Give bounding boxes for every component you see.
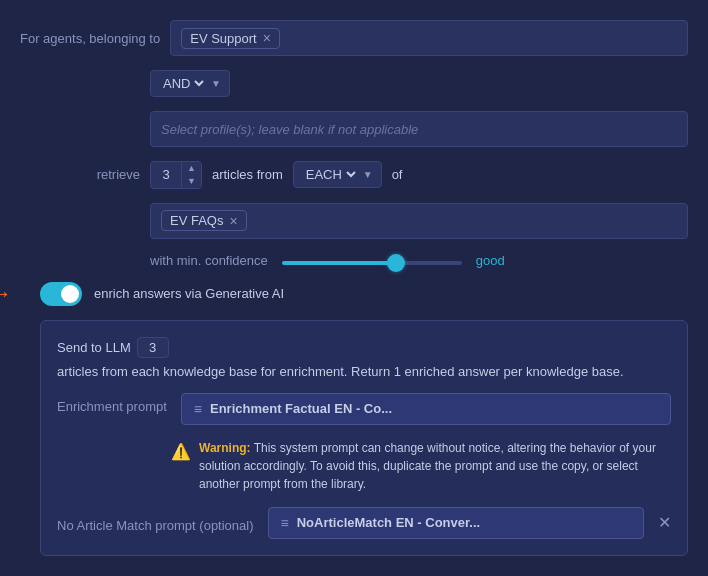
retrieve-count-field[interactable] xyxy=(151,163,181,186)
enrichment-panel: Send to LLM articles from each knowledge… xyxy=(40,320,688,556)
confidence-label: with min. confidence xyxy=(150,253,268,268)
agents-tag-input[interactable]: EV Support × xyxy=(170,20,688,56)
each-select[interactable]: EACH ALL xyxy=(302,166,359,183)
no-article-selector[interactable]: ≡ NoArticleMatch EN - Conver... xyxy=(268,507,644,539)
enrichment-prompt-selector[interactable]: ≡ Enrichment Factual EN - Co... xyxy=(181,393,671,425)
confidence-slider-container[interactable] xyxy=(282,253,462,268)
no-article-label: No Article Match prompt (optional) xyxy=(57,512,254,533)
articles-from-text: articles from xyxy=(212,167,283,182)
enrichment-prompt-row: Enrichment prompt ≡ Enrichment Factual E… xyxy=(57,393,671,425)
no-article-doc-icon: ≡ xyxy=(281,515,289,531)
llm-desc-row: Send to LLM articles from each knowledge… xyxy=(57,337,671,379)
knowledge-row: EV FAQs × xyxy=(20,203,688,239)
each-chevron-icon: ▼ xyxy=(363,169,373,180)
no-article-prompt-name: NoArticleMatch EN - Conver... xyxy=(297,515,480,530)
prompt-doc-icon: ≡ xyxy=(194,401,202,417)
confidence-slider[interactable] xyxy=(282,261,462,265)
retrieve-spinner[interactable]: ▲ ▼ xyxy=(181,162,201,188)
llm-desc-after: articles from each knowledge base for en… xyxy=(57,364,624,379)
warning-title: Warning: xyxy=(199,441,251,455)
main-form: For agents, belonging to EV Support × AN… xyxy=(20,20,688,556)
toggle-knob xyxy=(61,285,79,303)
warning-box: ⚠️ Warning: This system prompt can chang… xyxy=(171,439,671,493)
enrichment-prompt-name: Enrichment Factual EN - Co... xyxy=(210,401,392,416)
enrich-toggle-row: → enrich answers via Generative AI xyxy=(20,282,688,306)
enrich-toggle[interactable] xyxy=(40,282,82,306)
operator-row: AND OR ▼ xyxy=(20,70,688,97)
enrichment-prompt-label: Enrichment prompt xyxy=(57,393,167,414)
ev-faqs-close-icon[interactable]: × xyxy=(229,214,237,228)
llm-desc-before: Send to LLM xyxy=(57,340,131,355)
llm-count-input[interactable] xyxy=(137,337,169,358)
operator-select[interactable]: AND OR xyxy=(159,75,207,92)
enrich-toggle-label: enrich answers via Generative AI xyxy=(94,286,284,301)
ev-support-close-icon[interactable]: × xyxy=(263,31,271,45)
confidence-value: good xyxy=(476,253,516,268)
warning-triangle-icon: ⚠️ xyxy=(171,440,191,464)
arrow-indicator-icon: → xyxy=(0,281,12,307)
warning-text: Warning: This system prompt can change w… xyxy=(199,439,671,493)
spinner-down-btn[interactable]: ▼ xyxy=(182,175,201,188)
operator-chevron-icon: ▼ xyxy=(211,78,221,89)
no-article-close-icon[interactable]: ✕ xyxy=(658,513,671,532)
no-article-row: No Article Match prompt (optional) ≡ NoA… xyxy=(57,507,671,539)
warning-body: This system prompt can change without no… xyxy=(199,441,656,491)
ev-faqs-tag-text: EV FAQs xyxy=(170,213,223,228)
retrieve-row: retrieve ▲ ▼ articles from EACH ALL ▼ of xyxy=(20,161,688,189)
confidence-row: with min. confidence good xyxy=(20,253,688,268)
retrieve-label: retrieve xyxy=(20,167,140,182)
knowledge-tag-input[interactable]: EV FAQs × xyxy=(150,203,688,239)
agents-row: For agents, belonging to EV Support × xyxy=(20,20,688,56)
of-text: of xyxy=(392,167,403,182)
each-select-wrap[interactable]: EACH ALL ▼ xyxy=(293,161,382,188)
operator-select-wrap[interactable]: AND OR ▼ xyxy=(150,70,230,97)
retrieve-count-input[interactable]: ▲ ▼ xyxy=(150,161,202,189)
spinner-up-btn[interactable]: ▲ xyxy=(182,162,201,175)
ev-support-tag[interactable]: EV Support × xyxy=(181,28,280,49)
agents-label: For agents, belonging to xyxy=(20,31,160,46)
profiles-placeholder: Select profile(s); leave blank if not ap… xyxy=(161,122,418,137)
profiles-row: Select profile(s); leave blank if not ap… xyxy=(20,111,688,147)
profiles-input[interactable]: Select profile(s); leave blank if not ap… xyxy=(150,111,688,147)
ev-support-tag-text: EV Support xyxy=(190,31,257,46)
ev-faqs-tag[interactable]: EV FAQs × xyxy=(161,210,247,231)
